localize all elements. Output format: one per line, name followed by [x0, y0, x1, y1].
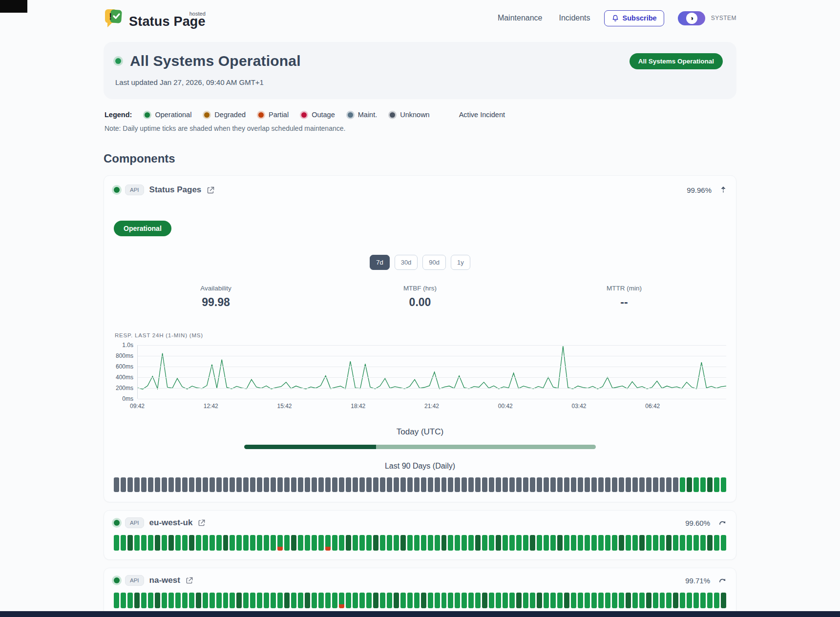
uptime-tick[interactable] — [162, 593, 167, 608]
uptime-tick[interactable] — [714, 593, 719, 608]
uptime-tick[interactable] — [216, 535, 222, 551]
uptime-tick[interactable] — [632, 593, 638, 608]
uptime-tick[interactable] — [544, 477, 549, 492]
uptime-tick[interactable] — [673, 535, 678, 551]
uptime-tick[interactable] — [182, 535, 188, 551]
uptime-tick[interactable] — [700, 477, 706, 492]
uptime-tick[interactable] — [380, 477, 385, 492]
uptime-tick[interactable] — [721, 535, 726, 551]
uptime-tick[interactable] — [612, 477, 617, 492]
uptime-tick[interactable] — [155, 535, 160, 551]
uptime-tick[interactable] — [523, 535, 528, 551]
uptime-tick[interactable] — [639, 535, 645, 551]
uptime-tick[interactable] — [660, 535, 665, 551]
uptime-tick[interactable] — [428, 593, 433, 608]
uptime-tick[interactable] — [210, 477, 215, 492]
uptime-tick[interactable] — [114, 477, 119, 492]
uptime-tick[interactable] — [441, 593, 447, 608]
uptime-tick[interactable] — [673, 593, 678, 608]
uptime-tick[interactable] — [455, 593, 460, 608]
uptime-tick[interactable] — [189, 593, 194, 608]
uptime-tick[interactable] — [162, 477, 167, 492]
uptime-tick[interactable] — [428, 535, 433, 551]
uptime-tick[interactable] — [127, 535, 133, 551]
uptime-tick[interactable] — [646, 535, 651, 551]
uptime-tick[interactable] — [448, 477, 453, 492]
uptime-tick[interactable] — [291, 477, 296, 492]
uptime-tick[interactable] — [168, 593, 174, 608]
uptime-tick[interactable] — [175, 593, 181, 608]
uptime-tick[interactable] — [346, 535, 351, 551]
uptime-tick[interactable] — [277, 477, 283, 492]
uptime-tick[interactable] — [523, 593, 528, 608]
uptime-tick[interactable] — [366, 477, 372, 492]
uptime-tick[interactable] — [571, 535, 576, 551]
uptime-tick[interactable] — [230, 593, 235, 608]
uptime-tick[interactable] — [312, 477, 317, 492]
uptime-tick[interactable] — [359, 593, 365, 608]
uptime-tick[interactable] — [271, 593, 276, 608]
uptime-tick[interactable] — [523, 477, 528, 492]
uptime-tick[interactable] — [537, 593, 542, 608]
uptime-tick[interactable] — [516, 535, 522, 551]
uptime-tick[interactable] — [134, 593, 140, 608]
uptime-tick[interactable] — [591, 535, 597, 551]
uptime-tick[interactable] — [353, 535, 358, 551]
external-link-icon[interactable] — [186, 576, 193, 584]
uptime-tick[interactable] — [380, 535, 385, 551]
nav-link-incidents[interactable]: Incidents — [559, 14, 590, 22]
uptime-tick[interactable] — [414, 593, 420, 608]
uptime-tick[interactable] — [312, 535, 317, 551]
uptime-tick[interactable] — [257, 477, 262, 492]
uptime-tick[interactable] — [639, 593, 645, 608]
uptime-tick[interactable] — [591, 477, 597, 492]
uptime-tick[interactable] — [359, 535, 365, 551]
uptime-tick[interactable] — [141, 535, 147, 551]
uptime-tick[interactable] — [462, 535, 467, 551]
uptime-tick[interactable] — [236, 535, 242, 551]
range-button-30d[interactable]: 30d — [395, 255, 418, 270]
uptime-tick[interactable] — [448, 535, 453, 551]
uptime-tick[interactable] — [585, 535, 590, 551]
uptime-tick[interactable] — [544, 593, 549, 608]
uptime-tick[interactable] — [148, 593, 153, 608]
expand-icon[interactable] — [719, 520, 726, 526]
range-button-90d[interactable]: 90d — [422, 255, 446, 270]
uptime-tick[interactable] — [175, 477, 181, 492]
uptime-tick[interactable] — [598, 477, 604, 492]
uptime-tick[interactable] — [619, 477, 624, 492]
uptime-tick[interactable] — [660, 593, 665, 608]
uptime-tick[interactable] — [557, 593, 563, 608]
uptime-tick[interactable] — [571, 477, 576, 492]
uptime-tick[interactable] — [468, 477, 474, 492]
uptime-tick[interactable] — [394, 535, 399, 551]
uptime-tick[interactable] — [693, 535, 699, 551]
uptime-tick[interactable] — [530, 477, 535, 492]
uptime-tick[interactable] — [353, 477, 358, 492]
uptime-tick[interactable] — [380, 593, 385, 608]
uptime-tick[interactable] — [400, 477, 406, 492]
uptime-tick[interactable] — [148, 477, 153, 492]
uptime-tick[interactable] — [550, 477, 556, 492]
external-link-icon[interactable] — [207, 186, 215, 194]
uptime-tick[interactable] — [223, 535, 229, 551]
uptime-tick[interactable] — [693, 477, 699, 492]
uptime-tick[interactable] — [250, 593, 255, 608]
uptime-tick[interactable] — [653, 593, 658, 608]
uptime-tick[interactable] — [509, 535, 515, 551]
uptime-tick[interactable] — [257, 535, 262, 551]
uptime-tick[interactable] — [605, 477, 610, 492]
uptime-tick[interactable] — [687, 477, 692, 492]
uptime-tick[interactable] — [175, 535, 181, 551]
uptime-tick[interactable] — [414, 535, 420, 551]
uptime-tick[interactable] — [223, 477, 229, 492]
uptime-tick[interactable] — [236, 477, 242, 492]
uptime-tick[interactable] — [660, 477, 665, 492]
uptime-tick[interactable] — [509, 593, 515, 608]
uptime-tick[interactable] — [578, 477, 583, 492]
uptime-tick[interactable] — [407, 593, 413, 608]
uptime-tick[interactable] — [277, 535, 283, 551]
uptime-tick[interactable] — [626, 477, 631, 492]
uptime-tick[interactable] — [509, 477, 515, 492]
uptime-tick[interactable] — [196, 593, 201, 608]
